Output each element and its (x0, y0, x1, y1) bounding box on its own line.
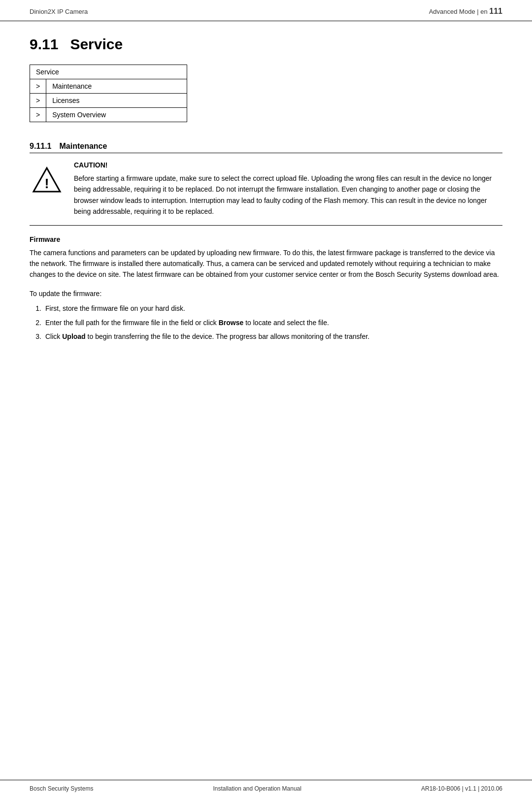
table-label-maintenance: Maintenance (46, 79, 187, 94)
section-number: 9.11 (30, 36, 58, 53)
step-number-3: 3. (30, 331, 41, 342)
update-intro: To update the firmware: (30, 288, 502, 299)
header-right: Advanced Mode | en 111 (429, 7, 502, 16)
firmware-title: Firmware (30, 235, 502, 243)
table-arrow-2: > (30, 94, 46, 108)
caution-content: CAUTION! Before starting a firmware upda… (74, 161, 502, 217)
subsection-number: 9.11.1 (30, 142, 51, 151)
step-3-bold: Upload (62, 332, 85, 340)
step-content-1: First, store the firmware file on your h… (45, 303, 502, 314)
caution-section: ! CAUTION! Before starting a firmware up… (30, 161, 502, 226)
subsection-title: Maintenance (59, 142, 107, 151)
subsection-heading: 9.11.1 Maintenance (30, 142, 502, 151)
list-item-step-3: 3. Click Upload to begin transferring th… (30, 331, 502, 342)
table-arrow-1: > (30, 79, 46, 94)
firmware-section: Firmware The camera functions and parame… (30, 235, 502, 342)
section-heading: 9.11 Service (30, 36, 502, 53)
header-left: Dinion2X IP Camera (30, 8, 88, 15)
service-table: Service > Maintenance > Licenses > Syste… (30, 65, 187, 122)
page-header: Dinion2X IP Camera Advanced Mode | en 11… (0, 0, 532, 21)
step-content-3: Click Upload to begin transferring the f… (45, 331, 502, 342)
page-container: Dinion2X IP Camera Advanced Mode | en 11… (0, 0, 532, 797)
table-arrow-3: > (30, 108, 46, 122)
svg-text:!: ! (45, 176, 49, 191)
footer-center: Installation and Operation Manual (213, 785, 301, 792)
firmware-steps-list: 1. First, store the firmware file on you… (30, 303, 502, 342)
footer-right: AR18-10-B006 | v1.1 | 2010.06 (421, 785, 502, 792)
page-footer: Bosch Security Systems Installation and … (0, 780, 532, 797)
table-header: Service (30, 65, 187, 79)
step-number-1: 1. (30, 303, 41, 314)
main-content: 9.11 Service Service > Maintenance > Lic… (0, 21, 532, 780)
list-item-step-1: 1. First, store the firmware file on you… (30, 303, 502, 314)
caution-text: Before starting a firmware update, make … (74, 173, 502, 217)
step-3-text-before: Click (45, 332, 62, 340)
page-number: 111 (489, 7, 502, 15)
section-divider (30, 153, 502, 153)
step-2-text-after: to locate and select the file. (243, 319, 329, 327)
table-row: > System Overview (30, 108, 187, 122)
table-row: > Maintenance (30, 79, 187, 94)
step-content-2: Enter the full path for the firmware fil… (45, 317, 502, 328)
section-title: Service (70, 36, 123, 53)
step-2-bold: Browse (219, 319, 244, 327)
header-right-prefix: Advanced Mode | en (429, 8, 490, 15)
footer-left: Bosch Security Systems (30, 785, 93, 792)
step-1-text: First, store the firmware file on your h… (45, 304, 185, 312)
step-2-text-before: Enter the full path for the firmware fil… (45, 319, 219, 327)
warning-triangle-icon: ! (32, 165, 62, 195)
table-label-system-overview: System Overview (46, 108, 187, 122)
caution-icon-container: ! (30, 161, 64, 217)
step-number-2: 2. (30, 317, 41, 328)
caution-title: CAUTION! (74, 161, 502, 169)
table-label-licenses: Licenses (46, 94, 187, 108)
step-3-text-after: to begin transferring the file to the de… (86, 332, 369, 340)
table-row: > Licenses (30, 94, 187, 108)
firmware-description: The camera functions and parameters can … (30, 247, 502, 280)
list-item-step-2: 2. Enter the full path for the firmware … (30, 317, 502, 328)
